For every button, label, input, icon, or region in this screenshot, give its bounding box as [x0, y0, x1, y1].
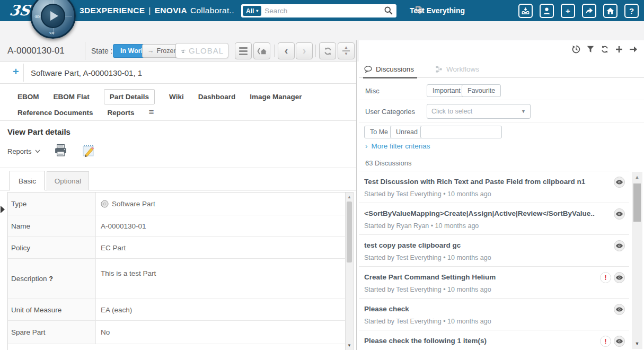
- state-label: State :: [91, 40, 112, 62]
- watch-icon[interactable]: [614, 272, 625, 283]
- app-name: ENOVIA: [155, 6, 187, 15]
- history-icon[interactable]: [572, 45, 580, 54]
- tab-reference-documents[interactable]: Reference Documents: [17, 109, 93, 117]
- sort-icon[interactable]: ▲▼: [338, 42, 355, 59]
- tab-workflows[interactable]: Workflows: [436, 60, 479, 77]
- scroll-down-icon[interactable]: ▼: [632, 341, 642, 346]
- tab-discussions[interactable]: Discussions: [364, 60, 414, 77]
- watch-icon[interactable]: [614, 336, 625, 347]
- scroll-down-icon[interactable]: ▼: [346, 343, 353, 348]
- favourite-filter-button[interactable]: Favourite: [462, 84, 501, 97]
- scroll-up-icon[interactable]: ▲: [632, 174, 642, 180]
- field-value: This is a test Part: [96, 259, 353, 299]
- add-icon[interactable]: +: [13, 66, 19, 77]
- list-item[interactable]: test copy paste clipboard gc Started by …: [359, 235, 629, 267]
- scrollbar-thumb[interactable]: [347, 202, 352, 262]
- refresh-icon[interactable]: [601, 45, 609, 54]
- panel-divider[interactable]: [356, 40, 357, 350]
- user-icon[interactable]: [540, 4, 554, 18]
- part-details-panel: + Software Part, A-0000130-01, 1 EBOM EB…: [0, 62, 356, 350]
- user-categories-select[interactable]: Click to select ▼: [427, 104, 531, 119]
- user-name[interactable]: Test Everything: [410, 0, 465, 21]
- more-tabs-icon[interactable]: ≡: [149, 107, 154, 118]
- cloud-user-icon: [180, 46, 186, 56]
- global-search: All ▾: [241, 4, 396, 18]
- back-icon[interactable]: ‹: [278, 42, 295, 59]
- list-item[interactable]: Please check the following 1 item(s) !: [359, 330, 629, 350]
- caret-down-icon: ▼: [521, 109, 526, 114]
- add-icon[interactable]: +: [561, 4, 575, 18]
- table-row: Description? This is a test Part: [8, 259, 353, 299]
- edit-icon[interactable]: [81, 144, 95, 159]
- home-back-icon[interactable]: [253, 42, 270, 59]
- table-row: Policy EC Part: [8, 237, 353, 259]
- panel-expand-handle[interactable]: [1, 206, 5, 213]
- chevron-right-icon: ›: [365, 142, 368, 150]
- tray-icon[interactable]: [518, 4, 533, 18]
- compass-3d-label: 3D: [35, 15, 40, 19]
- important-filter-button[interactable]: Important: [427, 84, 466, 97]
- menu-icon[interactable]: [235, 42, 252, 59]
- search-input[interactable]: [261, 7, 384, 15]
- more-filter-criterias-link[interactable]: › More filter criterias: [365, 142, 430, 150]
- global-scope-button[interactable]: GLOBAL: [175, 43, 228, 58]
- tab-optional[interactable]: Optional: [47, 171, 89, 190]
- tab-basic[interactable]: Basic: [10, 171, 45, 190]
- filter-icon[interactable]: [587, 46, 594, 54]
- help-icon[interactable]: ?: [624, 4, 639, 18]
- list-item[interactable]: Please check Started by Test Everything …: [359, 299, 629, 330]
- panel-actions: [572, 45, 638, 54]
- chat-icon: [364, 66, 372, 73]
- part-header: + Software Part, A-0000130-01, 1: [0, 62, 356, 84]
- field-label: Policy: [8, 237, 96, 258]
- list-item[interactable]: <SortByValueMapping>Create|Assign|Active…: [359, 203, 629, 235]
- 3ds-logo-icon: 3S: [8, 1, 32, 20]
- misc-label: Misc: [365, 87, 380, 95]
- discussion-filter-input[interactable]: [420, 126, 502, 138]
- tab-dashboard[interactable]: Dashboard: [198, 93, 236, 101]
- refresh-icon[interactable]: [319, 42, 336, 59]
- scrollbar-thumb[interactable]: [633, 183, 641, 222]
- watch-icon[interactable]: [614, 208, 625, 220]
- share-icon[interactable]: [582, 4, 596, 18]
- tab-part-details[interactable]: Part Details: [104, 89, 155, 104]
- watch-icon[interactable]: [614, 304, 625, 315]
- tab-wiki[interactable]: Wiki: [169, 93, 184, 101]
- discussions-scrollbar[interactable]: ▲ ▼: [632, 172, 642, 349]
- search-scope-dropdown[interactable]: All ▾: [243, 6, 261, 16]
- important-icon[interactable]: !: [600, 272, 611, 283]
- tab-reports[interactable]: Reports: [108, 109, 135, 117]
- discussion-count: 63 Discussions: [365, 159, 411, 167]
- part-attributes-table: Type Software Part Name A-0000130-01 Pol…: [7, 192, 354, 350]
- home-icon[interactable]: [603, 4, 617, 18]
- tab-ebom[interactable]: EBOM: [17, 93, 39, 101]
- field-value: Software Part: [96, 192, 353, 215]
- app-title: 3DEXPERIENCE | ENOVIA Collaborat..: [80, 0, 234, 21]
- tab-ebom-flat[interactable]: EBOM Flat: [54, 93, 90, 101]
- user-categories-row: User Categories Click to select ▼: [359, 100, 644, 122]
- watch-icon[interactable]: [614, 240, 625, 251]
- scroll-up-icon[interactable]: ▲: [346, 195, 353, 199]
- search-icon[interactable]: [384, 6, 393, 16]
- to-me-filter-button[interactable]: To Me: [364, 126, 394, 138]
- add-icon[interactable]: [615, 46, 623, 53]
- list-item[interactable]: Create Part Command Settingh Helium Star…: [359, 267, 629, 299]
- object-toolbar: A-0000130-01 State : In Work → Frozen GL…: [0, 40, 356, 62]
- unread-filter-button[interactable]: Unread: [390, 126, 424, 138]
- object-id: A-0000130-01: [7, 40, 65, 62]
- important-icon[interactable]: !: [600, 336, 611, 347]
- field-label: Description?: [8, 259, 96, 299]
- chevron-down-icon: [35, 150, 40, 153]
- discussion-list: Test Discussion with Rich Text and Paste…: [359, 171, 629, 350]
- go-icon[interactable]: [629, 46, 638, 53]
- forward-icon[interactable]: ›: [296, 42, 313, 59]
- list-item[interactable]: Test Discussion with Rich Text and Paste…: [359, 171, 629, 203]
- help-icon[interactable]: ?: [49, 275, 53, 283]
- table-scrollbar[interactable]: ▲ ▼: [345, 192, 353, 350]
- watch-icon[interactable]: [614, 177, 625, 188]
- tab-image-manager[interactable]: Image Manager: [250, 93, 302, 101]
- print-icon[interactable]: [54, 144, 67, 159]
- app-suffix: Collaborat..: [190, 6, 234, 15]
- caret-down-icon: ▾: [256, 8, 258, 13]
- reports-dropdown[interactable]: Reports: [7, 147, 40, 155]
